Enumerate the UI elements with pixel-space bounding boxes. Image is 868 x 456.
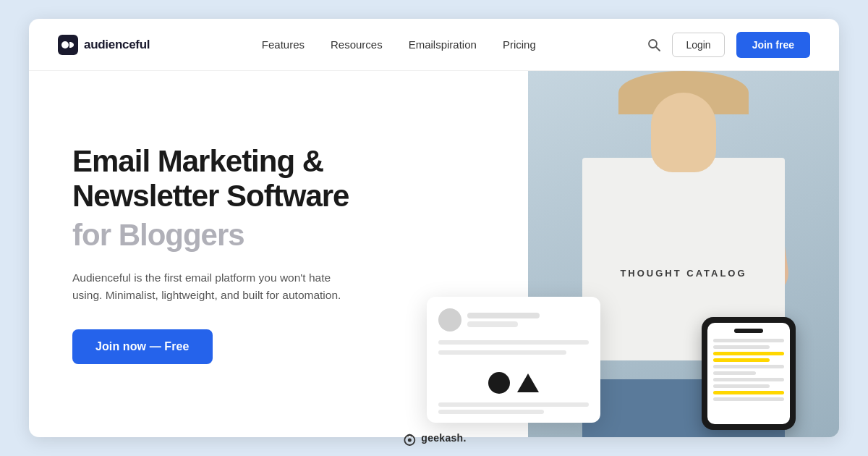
svg-point-1 <box>61 41 69 48</box>
search-icon <box>647 38 660 51</box>
nav-link-features[interactable]: Features <box>262 38 305 51</box>
svg-line-3 <box>656 47 660 51</box>
join-now-button[interactable]: Join now — Free <box>72 329 213 364</box>
card-top <box>427 297 600 366</box>
phone-screen <box>707 323 790 424</box>
phone-card <box>702 317 796 430</box>
phone-line-6 <box>713 371 756 375</box>
phone-line-8 <box>713 384 770 388</box>
watermark-text: geekash. <box>421 432 466 444</box>
logo[interactable]: audienceful <box>58 35 150 55</box>
card-content-line-2 <box>438 350 566 355</box>
nav-link-pricing[interactable]: Pricing <box>503 38 536 51</box>
watermark: geekash. <box>401 430 466 446</box>
card-avatar <box>438 308 461 332</box>
hero-right: THOUGHT CATALOG <box>405 71 839 437</box>
card-avatar-row <box>438 308 589 332</box>
phone-line-4 <box>713 358 770 362</box>
svg-point-2 <box>649 40 657 48</box>
card-sub-line <box>467 321 518 327</box>
logo-icon <box>58 35 78 55</box>
phone-line-1 <box>713 339 784 342</box>
floating-email-card <box>427 297 600 423</box>
phone-line-10 <box>713 397 784 401</box>
phone-line-9 <box>713 391 784 394</box>
phone-notch <box>734 329 763 333</box>
nav-link-emailspiration[interactable]: Emailspiration <box>409 38 477 51</box>
phone-line-5 <box>713 365 784 368</box>
card-icons-row <box>427 366 600 397</box>
browser-window: audienceful Features Resources Emailspir… <box>29 19 839 437</box>
logo-text: audienceful <box>84 38 150 52</box>
hero-left: Email Marketing & Newsletter Software fo… <box>29 71 405 437</box>
card-bottom-line-1 <box>438 402 589 407</box>
nav-actions: Login Join free <box>647 32 810 58</box>
svg-point-5 <box>408 439 412 442</box>
nav-links: Features Resources Emailspiration Pricin… <box>262 38 536 51</box>
login-button[interactable]: Login <box>672 33 724 57</box>
phone-line-2 <box>713 345 770 349</box>
hero-section: Email Marketing & Newsletter Software fo… <box>29 71 839 437</box>
phone-line-3 <box>713 352 784 355</box>
head <box>651 93 716 172</box>
hero-title: Email Marketing & Newsletter Software <box>72 144 376 214</box>
triangle-icon <box>517 373 539 392</box>
search-button[interactable] <box>647 38 660 51</box>
navbar: audienceful Features Resources Emailspir… <box>29 19 839 71</box>
circle-icon <box>488 372 510 394</box>
hero-description: Audienceful is the first email platform … <box>72 269 362 305</box>
card-name-line <box>467 313 540 318</box>
hero-subtitle: for Bloggers <box>72 218 376 253</box>
card-bottom-line-2 <box>438 410 544 414</box>
join-free-button-nav[interactable]: Join free <box>736 32 810 58</box>
nav-link-resources[interactable]: Resources <box>331 38 383 51</box>
card-content-line-1 <box>438 340 589 345</box>
phone-line-7 <box>713 378 784 381</box>
card-name-lines <box>467 313 540 327</box>
tshirt-text: THOUGHT CATALOG <box>620 266 746 282</box>
card-bottom-lines <box>427 397 600 423</box>
